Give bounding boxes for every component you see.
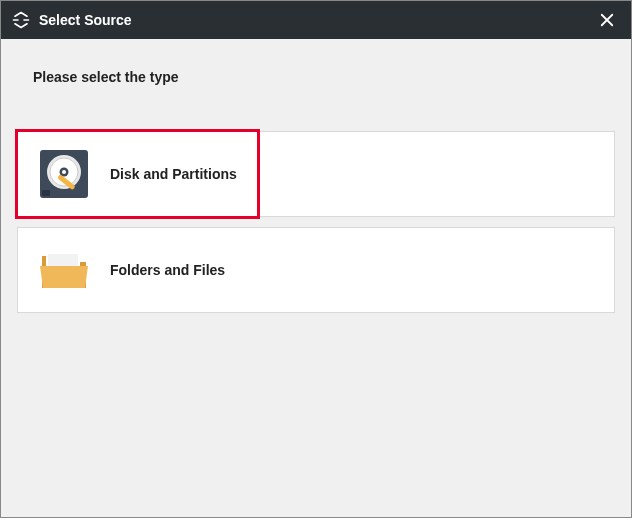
- option-disk-and-partitions[interactable]: Disk and Partitions: [17, 131, 615, 217]
- option-label: Disk and Partitions: [110, 166, 237, 182]
- dialog-window: Select Source Please select the type: [0, 0, 632, 518]
- close-button[interactable]: [593, 6, 621, 34]
- titlebar-title: Select Source: [39, 12, 593, 28]
- svg-rect-10: [48, 254, 78, 268]
- disk-icon: [36, 146, 92, 202]
- svg-rect-8: [42, 190, 50, 196]
- option-folders-and-files[interactable]: Folders and Files: [17, 227, 615, 313]
- folder-icon: [36, 242, 92, 298]
- prompt-text: Please select the type: [1, 39, 631, 131]
- titlebar: Select Source: [1, 1, 631, 39]
- options-list: Disk and Partitions Folders and Files: [1, 131, 631, 313]
- svg-point-6: [62, 170, 66, 174]
- dialog-content: Please select the type Disk and Partit: [1, 39, 631, 517]
- app-icon: [11, 10, 31, 30]
- option-label: Folders and Files: [110, 262, 225, 278]
